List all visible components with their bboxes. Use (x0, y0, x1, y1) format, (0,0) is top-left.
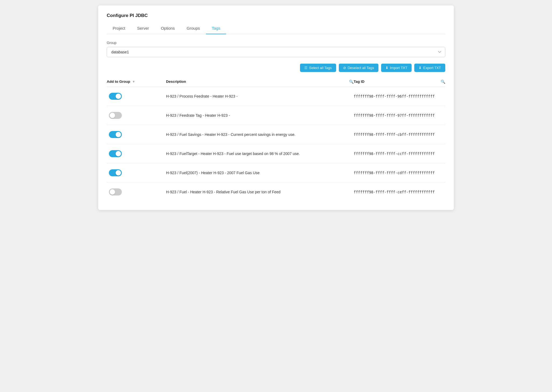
main-card: Configure PI JDBC Project Server Options… (98, 5, 454, 210)
tab-tags[interactable]: Tags (206, 23, 226, 34)
table-row: H-923 / Fuel Savings - Heater H-923 - Cu… (107, 125, 445, 144)
col-header-description: Description 🔍 (166, 80, 354, 84)
select-all-tags-button[interactable]: ☰ Select all Tags (300, 64, 336, 72)
filter-icon[interactable]: ▼ (132, 80, 135, 84)
toggle-switch-1[interactable] (109, 93, 122, 100)
cell-description-2: H-923 / Feedrate Tag - Heater H-923 - (166, 113, 354, 118)
table-header: Add to Group ▼ Description 🔍 Tag ID 🔍 (107, 77, 445, 87)
cell-description-5: H-923 / Fuel(2007) - Heater H-923 - 2007… (166, 171, 354, 175)
list-icon: ☰ (304, 66, 308, 70)
cell-description-4: H-923 / FuelTarget - Heater H-923 - Fuel… (166, 152, 354, 156)
toggle-switch-2[interactable] (109, 112, 122, 119)
toggle-switch-6[interactable] (109, 188, 122, 195)
group-select[interactable]: database1 (107, 47, 445, 57)
cell-tagid-5: fffffff98-ffff-ffff-cdff-ffffffffffff (354, 171, 445, 175)
cell-tagid-6: fffffff98-ffff-ffff-ceff-ffffffffffff (354, 190, 445, 194)
export-txt-button[interactable]: ⬇ Export TXT (414, 64, 445, 72)
cell-tagid-1: fffffff98-ffff-ffff-96ff-ffffffffffff (354, 94, 445, 98)
cell-tagid-4: fffffff98-ffff-ffff-ccff-ffffffffffff (354, 152, 445, 156)
tab-groups[interactable]: Groups (181, 23, 206, 34)
cell-description-6: H-923 / Fuel - Heater H-923 - Relative F… (166, 190, 354, 194)
cell-toggle-3 (107, 131, 166, 138)
tab-bar: Project Server Options Groups Tags (107, 23, 445, 34)
group-label: Group (107, 41, 445, 45)
cell-toggle-2 (107, 112, 166, 119)
cell-tagid-2: fffffff98-ffff-ffff-97ff-ffffffffffff (354, 113, 445, 118)
cell-toggle-6 (107, 188, 166, 195)
tab-server[interactable]: Server (131, 23, 155, 34)
cell-description-1: H-923 / Process Feedrate - Heater H-923 … (166, 94, 354, 98)
export-icon: ⬇ (419, 66, 422, 70)
tagid-search-icon[interactable]: 🔍 (441, 80, 445, 84)
toggle-switch-4[interactable] (109, 150, 122, 157)
cell-description-3: H-923 / Fuel Savings - Heater H-923 - Cu… (166, 132, 354, 137)
card-title: Configure PI JDBC (107, 13, 445, 18)
import-txt-button[interactable]: ⬇ Import TXT (381, 64, 412, 72)
table-row: H-923 / FuelTarget - Heater H-923 - Fuel… (107, 144, 445, 163)
table-row: H-923 / Fuel(2007) - Heater H-923 - 2007… (107, 163, 445, 183)
cell-toggle-1 (107, 93, 166, 100)
table-row: H-923 / Fuel - Heater H-923 - Relative F… (107, 183, 445, 201)
deselect-icon: ⊘ (343, 66, 346, 70)
col-header-tag-id: Tag ID 🔍 (354, 80, 445, 84)
deselect-all-tags-button[interactable]: ⊘ Deselect all Tags (339, 64, 378, 72)
table-body: H-923 / Process Feedrate - Heater H-923 … (107, 87, 445, 201)
tab-project[interactable]: Project (107, 23, 131, 34)
table-row: H-923 / Feedrate Tag - Heater H-923 -fff… (107, 106, 445, 125)
table-row: H-923 / Process Feedrate - Heater H-923 … (107, 87, 445, 106)
tab-options[interactable]: Options (155, 23, 181, 34)
toggle-switch-5[interactable] (109, 169, 122, 176)
description-search-icon[interactable]: 🔍 (349, 80, 354, 84)
cell-toggle-5 (107, 169, 166, 176)
toggle-switch-3[interactable] (109, 131, 122, 138)
col-header-add-to-group: Add to Group ▼ (107, 80, 166, 84)
toolbar: ☰ Select all Tags ⊘ Deselect all Tags ⬇ … (107, 64, 445, 72)
cell-tagid-3: fffffff98-ffff-ffff-cbff-ffffffffffff (354, 132, 445, 137)
import-icon: ⬇ (385, 66, 388, 70)
cell-toggle-4 (107, 150, 166, 157)
